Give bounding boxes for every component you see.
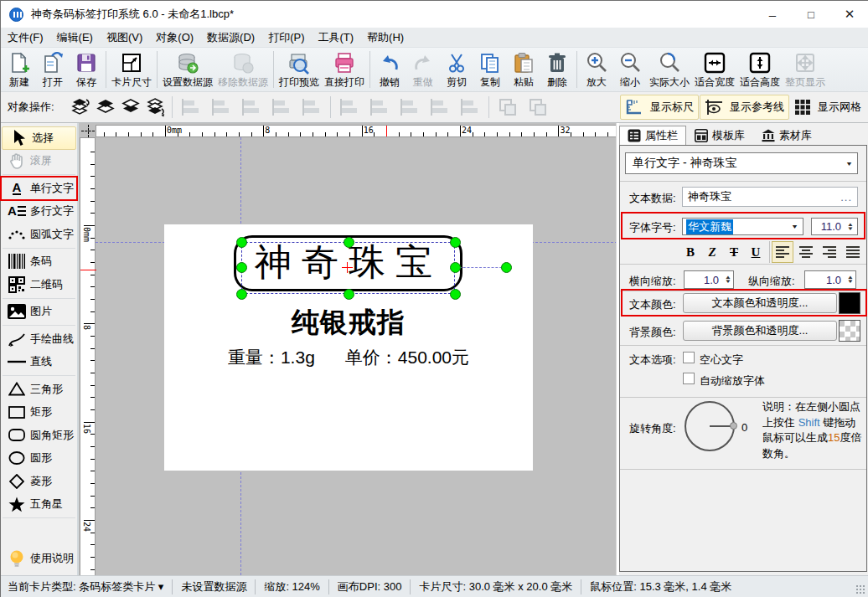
toolbar-copy-button[interactable]: 复制: [473, 48, 507, 91]
tool-image[interactable]: 图片: [1, 301, 77, 324]
align-justify-button[interactable]: [842, 241, 864, 263]
window-title: 神奇条码标签打印系统 6.0 - 未命名1.lbcp*: [31, 7, 234, 22]
bold-button[interactable]: B: [680, 242, 700, 262]
layer-top-icon[interactable]: [69, 96, 92, 118]
toolbar-paste-button[interactable]: 粘贴: [507, 48, 540, 91]
selection-handle[interactable]: [344, 289, 354, 300]
selection-handle[interactable]: [344, 237, 354, 248]
toggle-guideline-button[interactable]: 显示参考线: [700, 95, 789, 120]
toolbar-fit-width-button[interactable]: 适合宽度: [692, 48, 737, 91]
font-size-spinner[interactable]: 11.0 ▲▼: [811, 218, 858, 235]
tab-tpl-tab[interactable]: 模板库: [686, 126, 753, 146]
maximize-button[interactable]: □: [792, 1, 830, 28]
tool-diamond[interactable]: 菱形: [1, 470, 77, 493]
toolbar-db-set-button[interactable]: 设置数据源: [160, 48, 215, 91]
rotation-knob[interactable]: [730, 422, 737, 430]
tool-rect[interactable]: 矩形: [1, 401, 77, 425]
hscale-spinner[interactable]: 1.0▲▼: [684, 270, 734, 289]
selection-handle[interactable]: [450, 289, 461, 300]
toolbar-cut-button[interactable]: 剪切: [440, 48, 473, 91]
tab-lib-tab[interactable]: 素材库: [753, 126, 820, 146]
tool-triangle[interactable]: 三角形: [1, 378, 77, 401]
toggle-grid-button[interactable]: 显示网格: [790, 95, 865, 120]
tool-barcode[interactable]: 条码: [1, 250, 77, 274]
toolbar-open-doc-button[interactable]: 打开: [36, 48, 70, 91]
selection-handle[interactable]: [450, 237, 461, 248]
rotation-label: 旋转角度:: [629, 421, 676, 436]
tool-circle[interactable]: 圆形: [1, 447, 77, 471]
app-icon: [9, 8, 23, 22]
object-selector-combo[interactable]: 单行文字 - 神奇珠宝▼: [625, 152, 858, 174]
toolbar-new-doc-button[interactable]: 新建: [3, 48, 36, 91]
toolbar-zoom-actual-button[interactable]: 实际大小: [647, 48, 692, 91]
design-canvas[interactable]: 0mm8162432 0mm81624 神奇珠宝 纯银戒指 重量：1.3g单价：…: [79, 123, 617, 575]
rotation-handle[interactable]: [501, 262, 512, 273]
toolbar-print-direct-button[interactable]: 直接打印: [322, 48, 367, 91]
align-left-button[interactable]: [772, 241, 793, 263]
tool-single-text[interactable]: A单行文字: [1, 177, 77, 200]
italic-button[interactable]: Z: [702, 242, 722, 262]
tool-bulb[interactable]: 使用说明: [1, 547, 77, 570]
toolbar-undo-button[interactable]: 撤销: [373, 48, 406, 91]
toolbar-print-preview-button[interactable]: 打印预览: [276, 48, 322, 91]
selection-handle[interactable]: [450, 262, 461, 273]
align-bottom-icon: [398, 96, 421, 118]
resize-grip[interactable]: [855, 584, 865, 594]
layer-down-icon[interactable]: [119, 96, 142, 118]
align-center-button[interactable]: [795, 241, 817, 263]
vscale-spinner[interactable]: 1.0▲▼: [804, 270, 856, 289]
menu-2[interactable]: 视图(V): [100, 28, 149, 48]
card-size-icon: [119, 50, 144, 75]
selection-handle[interactable]: [236, 289, 247, 300]
layer-up-icon[interactable]: [94, 96, 117, 118]
selection-handle[interactable]: [236, 237, 247, 248]
tool-arc-text[interactable]: 圆弧文字: [1, 223, 77, 246]
toolbar-delete-button[interactable]: 删除: [540, 48, 574, 91]
toolbar-fit-page-button: 整页显示: [783, 48, 828, 91]
tool-line[interactable]: 直线: [1, 351, 77, 374]
tool-rounded-rect[interactable]: 圆角矩形: [1, 424, 77, 447]
toolbar-zoom-in-button[interactable]: 放大: [580, 48, 613, 91]
font-family-combo[interactable]: 华文新魏▼: [682, 218, 803, 235]
toolbar-fit-height-button[interactable]: 适合高度: [737, 48, 783, 91]
autoscale-checkbox[interactable]: [683, 373, 695, 384]
status-segment-0[interactable]: 当前卡片类型: 条码标签类卡片 ▾: [1, 579, 172, 594]
toggle-ruler-button[interactable]: 显示标尺: [620, 95, 699, 120]
text-color-button[interactable]: 文本颜色和透明度...: [683, 293, 837, 313]
circle-icon: [7, 451, 27, 465]
menu-0[interactable]: 文件(F): [1, 28, 50, 48]
tab-prop-tab[interactable]: 属性栏: [619, 126, 686, 146]
align-right-button[interactable]: [819, 241, 840, 263]
text-color-swatch[interactable]: [839, 292, 860, 314]
text-data-input[interactable]: 神奇珠宝 ...: [682, 187, 858, 207]
menu-5[interactable]: 打印(P): [261, 28, 311, 48]
toolbar-card-size-button[interactable]: 卡片尺寸: [109, 48, 154, 91]
tool-select[interactable]: 选择: [2, 126, 76, 150]
bulb-icon: [7, 549, 27, 568]
label-detail-text[interactable]: 重量：1.3g单价：450.00元: [164, 346, 533, 369]
tool-star[interactable]: 五角星: [1, 493, 77, 517]
strikethrough-button[interactable]: T: [724, 242, 744, 262]
bg-color-button[interactable]: 背景颜色和透明度...: [683, 321, 837, 341]
toolbar-save-button[interactable]: 保存: [70, 48, 103, 91]
menu-6[interactable]: 工具(T): [311, 28, 360, 48]
hollow-text-checkbox[interactable]: [683, 352, 695, 363]
label-subtitle-text[interactable]: 纯银戒指: [164, 304, 533, 342]
underline-button[interactable]: U: [746, 242, 766, 262]
toolbar-zoom-out-button[interactable]: 缩小: [613, 48, 647, 91]
tool-curve[interactable]: 手绘曲线: [1, 327, 77, 351]
selection-handle[interactable]: [236, 262, 247, 273]
menu-4[interactable]: 数据源(D): [200, 28, 261, 48]
menu-1[interactable]: 编辑(E): [50, 28, 100, 48]
tool-qrcode[interactable]: 二维码: [1, 273, 77, 296]
close-button[interactable]: ✕: [830, 1, 868, 28]
menu-3[interactable]: 对象(O): [149, 28, 200, 48]
panel-splitter[interactable]: [616, 123, 619, 575]
menu-7[interactable]: 帮助(H): [360, 28, 411, 48]
text-data-more-button[interactable]: ...: [840, 191, 852, 203]
bg-color-swatch[interactable]: [839, 320, 860, 342]
tool-multi-text[interactable]: A多行文字: [1, 200, 77, 224]
minimize-button[interactable]: –: [753, 1, 792, 28]
layer-bottom-icon[interactable]: [144, 96, 168, 118]
align-top-icon: [338, 96, 361, 118]
